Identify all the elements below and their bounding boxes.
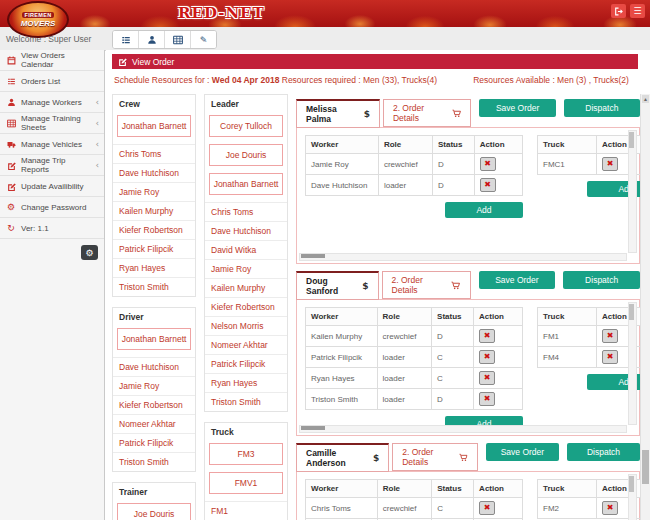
leader-panel: Leader Corey Tulloch Joe Douris Jonathan…	[204, 94, 288, 412]
worker-view-button[interactable]	[139, 31, 165, 48]
worker-role: loader	[378, 175, 432, 196]
remove-icon[interactable]: ✖	[479, 350, 495, 364]
tab-order-details[interactable]: 2. Order Details	[382, 271, 471, 299]
save-order-button[interactable]: Save Order	[479, 99, 555, 117]
save-order-button[interactable]: Save Order	[479, 271, 556, 289]
page-vertical-scrollbar[interactable]: ▲	[640, 94, 650, 520]
orders-column: Melissa Palma $ 2. Order Details Save Or…	[296, 94, 640, 520]
card-vertical-scrollbar[interactable]	[628, 474, 637, 520]
sidebar-item-orders-list[interactable]: Orders List	[0, 71, 104, 92]
remove-icon[interactable]: ✖	[479, 371, 495, 385]
tab-order-details[interactable]: 2. Order Details	[392, 443, 478, 471]
list-item[interactable]: Ryan Hayes	[113, 258, 195, 277]
draggable-worker[interactable]: Joe Douris	[209, 144, 283, 166]
order-card-melissa-palma: Melissa Palma $ 2. Order Details Save Or…	[296, 99, 640, 264]
save-order-button[interactable]: Save Order	[486, 443, 559, 461]
list-item[interactable]: Kiefer Robertson	[205, 297, 287, 316]
list-item[interactable]: Triston Smith	[113, 277, 195, 296]
worker-role: crewchief	[377, 326, 431, 347]
sidebar-item-version[interactable]: ↻ Ver: 1.1	[0, 218, 104, 239]
list-view-button[interactable]	[113, 31, 139, 48]
list-item[interactable]: Jamie Roy	[205, 259, 287, 278]
draggable-truck[interactable]: FMV1	[209, 472, 283, 494]
menu-icon[interactable]: ☰	[630, 4, 645, 18]
dollar-icon: $	[362, 281, 368, 291]
list-item[interactable]: Nomeer Akhtar	[205, 335, 287, 354]
remove-icon[interactable]: ✖	[480, 178, 496, 192]
sidebar-item-view-orders-calendar[interactable]: View Orders Calendar	[0, 50, 104, 71]
list-item[interactable]: Dave Hutchison	[113, 163, 195, 182]
sidebar: View Orders Calendar Orders List Manage …	[0, 50, 105, 520]
list-item[interactable]: Dave Hutchison	[113, 357, 195, 376]
sidebar-item-manage-trip-reports[interactable]: Manage Trip Reports ‹	[0, 155, 104, 176]
list-item[interactable]: Jamie Roy	[113, 182, 195, 201]
draggable-worker[interactable]: Jonathan Barnett	[117, 328, 191, 350]
sidebar-item-label: View Orders Calendar	[21, 51, 99, 69]
remove-icon[interactable]: ✖	[479, 392, 495, 406]
list-item[interactable]: Patrick Filipcik	[205, 354, 287, 373]
tab-client[interactable]: Doug Sanford $	[296, 271, 379, 300]
remove-icon[interactable]: ✖	[480, 157, 496, 171]
list-item[interactable]: Kailen Murphy	[205, 278, 287, 297]
tab-client[interactable]: Camille Anderson $	[296, 443, 389, 472]
remove-icon[interactable]: ✖	[602, 501, 618, 515]
card-vertical-scrollbar[interactable]	[628, 130, 637, 253]
list-item[interactable]: Chris Toms	[205, 202, 287, 221]
dispatch-button[interactable]: Dispatch	[563, 271, 640, 289]
draggable-worker[interactable]: Jonathan Barnett	[117, 115, 191, 137]
list-item[interactable]: David Witka	[205, 240, 287, 259]
remove-icon[interactable]: ✖	[602, 350, 618, 364]
draggable-worker[interactable]: Joe Douris	[117, 503, 191, 520]
sidebar-item-update-availability[interactable]: Update Availibility	[0, 176, 104, 197]
list-item[interactable]: Kailen Murphy	[113, 201, 195, 220]
worker-status: C	[432, 368, 474, 389]
card-horizontal-scrollbar[interactable]	[299, 253, 627, 261]
list-item[interactable]: Nelson Morris	[205, 316, 287, 335]
remove-icon[interactable]: ✖	[479, 329, 495, 343]
scroll-up-arrow[interactable]: ▲	[642, 95, 649, 103]
dispatch-button[interactable]: Dispatch	[564, 99, 640, 117]
list-item[interactable]: Chris Toms	[113, 144, 195, 163]
remove-icon[interactable]: ✖	[602, 157, 618, 171]
remove-icon[interactable]: ✖	[602, 329, 618, 343]
worker-name: Kailen Murphy	[306, 326, 378, 347]
sidebar-item-change-password[interactable]: ⚙ Change Password	[0, 197, 104, 218]
card-vertical-scrollbar[interactable]	[628, 302, 637, 425]
edit-view-button[interactable]: ✎	[191, 31, 216, 48]
tab-order-details[interactable]: 2. Order Details	[383, 99, 472, 127]
workers-table: Worker Role Status Action Jamie Roy crew…	[305, 135, 523, 196]
tab-client[interactable]: Melissa Palma $	[296, 99, 380, 128]
add-worker-button[interactable]: Add	[445, 202, 523, 218]
edit-icon	[5, 161, 17, 170]
draggable-worker[interactable]: Jonathan Barnett	[209, 173, 283, 195]
settings-gear-button[interactable]: ⚙	[81, 245, 98, 260]
list-item[interactable]: Dave Hutchison	[205, 221, 287, 240]
dispatch-button[interactable]: Dispatch	[567, 443, 640, 461]
list-item[interactable]: Patrick Filipcik	[113, 433, 195, 452]
worker-status: C	[432, 498, 474, 519]
sidebar-item-manage-vehicles[interactable]: Manage Vehicles ‹	[0, 134, 104, 155]
grid-view-button[interactable]	[165, 31, 191, 48]
list-item[interactable]: Triston Smith	[205, 392, 287, 411]
list-item[interactable]: Patrick Filipcik	[113, 239, 195, 258]
list-item[interactable]: Nomeer Akhtar	[113, 414, 195, 433]
chevron-left-icon: ‹	[95, 160, 99, 170]
list-item[interactable]: Ryan Hayes	[205, 373, 287, 392]
draggable-worker[interactable]: Corey Tulloch	[209, 115, 283, 137]
truck-icon	[5, 140, 17, 149]
sidebar-item-manage-workers[interactable]: Manage Workers ‹	[0, 92, 104, 113]
sidebar-item-label: Manage Vehicles	[21, 140, 82, 149]
list-item[interactable]: Kiefer Robertson	[113, 220, 195, 239]
list-item[interactable]: Jamie Roy	[113, 376, 195, 395]
remove-icon[interactable]: ✖	[479, 501, 495, 515]
draggable-truck[interactable]: FM3	[209, 443, 283, 465]
truck-name: FM4	[538, 347, 597, 368]
logout-icon[interactable]	[611, 4, 626, 18]
card-horizontal-scrollbar[interactable]	[299, 425, 627, 433]
scrollbar-thumb[interactable]	[642, 450, 649, 484]
card-body: Worker Role Status Action Kailen Murphy …	[296, 299, 640, 436]
list-item[interactable]: Triston Smith	[113, 452, 195, 471]
list-item[interactable]: FM1	[205, 501, 287, 520]
sidebar-item-manage-training-sheets[interactable]: Manage Training Sheets ‹	[0, 113, 104, 134]
list-item[interactable]: Kiefer Robertson	[113, 395, 195, 414]
